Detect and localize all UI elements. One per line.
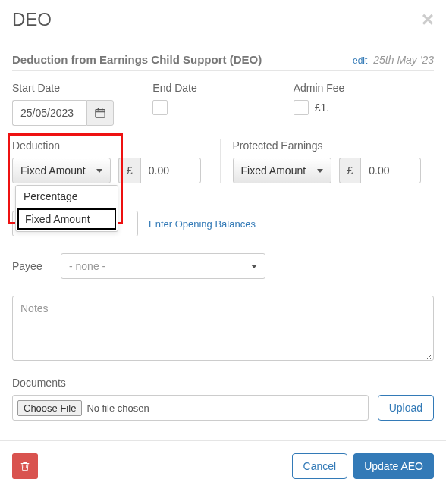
caret-down-icon (251, 265, 257, 268)
deduction-type-selected: Fixed Amount (20, 164, 86, 177)
protected-amount-group: £ (339, 158, 422, 183)
admin-fee-group: Admin Fee £1. (294, 82, 434, 126)
documents-row: Choose File No file chosen Upload (12, 395, 434, 421)
start-date-input[interactable] (12, 100, 86, 126)
modal-footer: Cancel Update AEO (0, 440, 446, 491)
cancel-button[interactable]: Cancel (292, 453, 348, 479)
start-date-input-group (12, 100, 152, 126)
protected-type-selected: Fixed Amount (241, 164, 306, 177)
admin-fee-label: Admin Fee (294, 82, 434, 94)
trash-icon (20, 461, 30, 471)
payee-label: Payee (12, 260, 49, 272)
end-date-label: End Date (152, 82, 293, 94)
deduction-protected-row: Deduction Fixed Amount £ Protected Earni… (12, 139, 434, 183)
deduction-label: Deduction (12, 139, 111, 152)
deduction-amount-input[interactable] (140, 158, 201, 183)
edit-date-text: 25th May '23 (373, 54, 434, 66)
svg-rect-0 (96, 110, 105, 118)
choose-file-button[interactable]: Choose File (17, 400, 82, 416)
end-date-group: End Date (152, 82, 293, 126)
payee-select[interactable]: - none - (61, 253, 265, 279)
file-input-box[interactable]: Choose File No file chosen (12, 395, 369, 421)
calendar-icon (95, 108, 105, 118)
caret-down-icon (317, 169, 323, 173)
notes-textarea[interactable] (12, 296, 434, 361)
protected-earnings-label: Protected Earnings (233, 139, 331, 152)
deduction-amount-group: £ (118, 158, 201, 183)
edit-link[interactable]: edit (353, 55, 367, 66)
file-status-text: No file chosen (86, 402, 149, 414)
protected-amount-input[interactable] (360, 158, 421, 183)
close-icon[interactable]: × (422, 9, 434, 30)
end-date-checkbox[interactable] (152, 100, 168, 115)
deduction-type-select[interactable]: Fixed Amount (12, 158, 111, 183)
opening-balances-link[interactable]: Enter Opening Balances (149, 218, 256, 230)
dropdown-option-percentage[interactable]: Percentage (16, 186, 118, 207)
admin-fee-checkbox[interactable] (294, 100, 309, 115)
documents-label: Documents (12, 377, 434, 389)
protected-earnings-group: Protected Earnings Fixed Amount £ (220, 139, 435, 183)
start-date-group: Start Date (12, 82, 152, 126)
section-title: Deduction from Earnings Child Support (D… (12, 53, 262, 66)
delete-button[interactable] (12, 453, 38, 479)
dropdown-option-fixed-amount[interactable]: Fixed Amount (17, 208, 116, 230)
deduction-type-dropdown: Percentage Fixed Amount (15, 185, 118, 232)
payee-row: Payee - none - (12, 253, 434, 279)
currency-addon: £ (118, 158, 140, 183)
upload-button[interactable]: Upload (378, 395, 434, 421)
currency-addon: £ (339, 158, 361, 183)
update-aeo-button[interactable]: Update AEO (353, 453, 434, 479)
caret-down-icon (96, 169, 102, 173)
protected-type-select[interactable]: Fixed Amount (233, 158, 331, 183)
section-header: Deduction from Earnings Child Support (D… (12, 53, 434, 71)
calendar-button[interactable] (86, 100, 114, 126)
edit-date-wrap: edit 25th May '23 (353, 54, 434, 66)
modal-title: DEO (12, 9, 52, 30)
deo-modal: DEO × Deduction from Earnings Child Supp… (0, 0, 446, 421)
payee-selected: - none - (69, 260, 105, 272)
modal-header: DEO × (12, 9, 434, 53)
start-date-label: Start Date (12, 82, 152, 94)
footer-actions: Cancel Update AEO (292, 453, 434, 479)
deduction-group: Deduction Fixed Amount £ (12, 139, 214, 183)
admin-fee-value: £1. (315, 102, 329, 114)
date-fee-row: Start Date End Date Admin Fee £1. (12, 82, 434, 126)
